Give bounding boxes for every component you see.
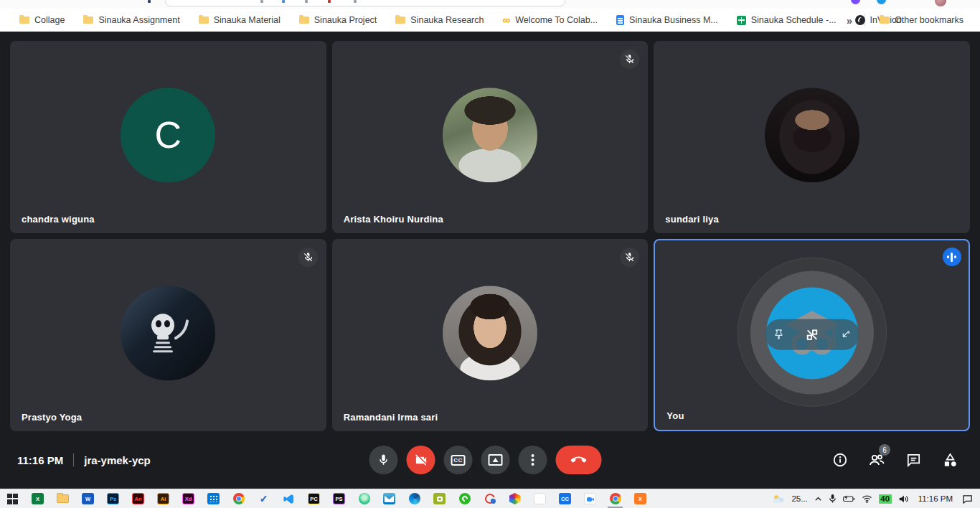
photo-avatar — [765, 88, 859, 182]
active-audio-indicator — [943, 248, 961, 266]
taskbar-adobe-xd[interactable]: Xd — [176, 489, 201, 508]
taskbar-mail[interactable] — [377, 489, 402, 508]
edge-icon — [409, 493, 420, 504]
captions-button[interactable]: CC — [444, 446, 473, 474]
participants-button[interactable]: 6 — [868, 451, 885, 469]
vscode-icon — [283, 493, 295, 505]
participant-tile-arista[interactable]: Arista Khoiru Nurdina — [332, 41, 649, 233]
tray-overflow-chevron[interactable] — [814, 496, 822, 502]
taskbar-todo[interactable]: ✓ — [251, 489, 276, 508]
other-bookmarks-label: Other bookmarks — [895, 15, 963, 25]
taskbar-chrome[interactable] — [226, 489, 251, 508]
participant-tile-chandra-wiguna[interactable]: C chandra wiguna — [10, 41, 326, 233]
present-icon — [489, 454, 503, 466]
battery-percent-badge[interactable]: 40 — [879, 494, 892, 504]
tile-hover-actions — [765, 319, 859, 350]
tab-strip-fragment — [148, 0, 151, 3]
taskbar-file-explorer[interactable] — [50, 489, 75, 508]
bookmark-sinauka-assignment[interactable]: Sinauka Assignment — [74, 11, 189, 29]
meeting-details-button[interactable] — [832, 452, 848, 468]
other-bookmarks-button[interactable]: Other bookmarks — [870, 11, 973, 29]
taskbar-zoom-app[interactable] — [578, 489, 603, 508]
tray-battery[interactable] — [843, 494, 855, 503]
participant-tile-prastyo[interactable]: Prastyo Yoga — [10, 239, 326, 431]
taskbar-phpstorm[interactable]: PS — [326, 489, 352, 508]
design-app-icon — [484, 493, 496, 504]
taskbar-illustrator[interactable]: Ai — [151, 489, 176, 508]
weather-temp[interactable]: 25... — [791, 494, 807, 503]
bookmark-sinauka-project[interactable]: Sinauka Project — [290, 11, 387, 29]
taskbar-slack[interactable] — [527, 489, 552, 508]
excel-icon: X — [32, 493, 44, 504]
action-center-button[interactable] — [962, 494, 973, 504]
bookmark-welcome-to-colab[interactable]: ∞ Welcome To Colab... — [493, 11, 607, 29]
minimize-icon[interactable] — [840, 329, 851, 340]
photo-avatar — [443, 286, 537, 380]
taskbar-word[interactable]: W — [75, 489, 100, 508]
speaker-icon — [898, 494, 909, 504]
bookmark-sinauka-research[interactable]: Sinauka Research — [386, 11, 493, 29]
bookmark-label: Sinauka Business M... — [629, 15, 718, 25]
colab-icon: ∞ — [502, 17, 510, 24]
hangup-button[interactable] — [556, 446, 602, 474]
participant-tile-you[interactable]: You — [654, 239, 970, 431]
participant-name: sundari liya — [665, 214, 719, 225]
google-docs-icon — [616, 15, 624, 25]
taskbar-whatsapp[interactable] — [452, 489, 477, 508]
profile-avatar[interactable] — [935, 0, 946, 6]
taskbar-animate[interactable]: An — [126, 489, 151, 508]
extension-icon[interactable] — [851, 0, 860, 4]
activities-button[interactable] — [942, 452, 958, 469]
extension-icon[interactable] — [877, 0, 886, 4]
more-options-button[interactable] — [519, 446, 547, 474]
tray-microphone[interactable] — [829, 494, 837, 504]
taskbar-excel[interactable]: X — [25, 489, 50, 508]
taskbar-design-app[interactable] — [477, 489, 502, 508]
taskbar-chrome-active[interactable] — [603, 489, 628, 508]
taskbar-creative-cloud[interactable]: CC — [552, 489, 578, 508]
chrome-icon — [233, 493, 245, 504]
tray-clock[interactable]: 11:16 PM — [918, 494, 953, 503]
more-vertical-icon — [532, 453, 534, 467]
bookmark-sinauka-material[interactable]: Sinauka Material — [189, 11, 290, 29]
pin-icon[interactable] — [773, 329, 784, 340]
word-icon: W — [82, 493, 94, 504]
taskbar-edge[interactable] — [402, 489, 427, 508]
illustrator-icon: Ai — [157, 493, 169, 504]
taskbar-xampp[interactable]: X — [628, 489, 653, 508]
camera-off-button[interactable] — [407, 446, 435, 474]
bookmark-label: Sinauka Assignment — [98, 15, 179, 25]
tray-volume[interactable] — [898, 494, 909, 504]
photo-avatar — [121, 286, 215, 380]
skeleton-artwork — [136, 301, 200, 365]
slack-icon — [534, 493, 546, 504]
taskbar-photoshop[interactable]: Ps — [100, 489, 126, 508]
weather-widget[interactable] — [772, 494, 785, 504]
mic-muted-icon — [620, 248, 639, 267]
xampp-icon: X — [634, 493, 646, 504]
chrome-icon — [610, 493, 621, 504]
participant-tile-ramandani[interactable]: Ramandani Irma sari — [332, 239, 649, 431]
system-tray: 25... 40 — [772, 494, 980, 504]
address-bar-fragment[interactable] — [165, 0, 565, 6]
present-button[interactable] — [481, 446, 510, 474]
taskbar-calendar-app[interactable] — [201, 489, 226, 508]
start-button[interactable] — [0, 489, 25, 508]
remove-from-grid-icon[interactable] — [806, 328, 819, 341]
chat-button[interactable] — [905, 452, 922, 469]
bookmark-sinauka-business[interactable]: Sinauka Business M... — [607, 11, 727, 29]
bookmark-sinauka-schedule[interactable]: Sinauka Schedule -... — [727, 11, 846, 29]
initial-avatar: C — [121, 88, 215, 182]
tray-wifi[interactable] — [862, 494, 872, 503]
mic-button[interactable] — [369, 446, 398, 474]
participant-tile-sundari[interactable]: sundari liya — [654, 41, 970, 233]
tab-strip-fragment — [282, 0, 285, 3]
taskbar-pycharm[interactable]: PC — [301, 489, 326, 508]
taskbar-hexagon-app[interactable] — [502, 489, 527, 508]
taskbar-camera-app[interactable] — [427, 489, 452, 508]
taskbar-vscode[interactable] — [276, 489, 301, 508]
taskbar-android-app[interactable] — [352, 489, 377, 508]
chat-icon — [905, 452, 922, 469]
bookmark-collage[interactable]: Collage — [10, 11, 74, 29]
meeting-code[interactable]: jra-ymek-ycp — [84, 454, 151, 466]
